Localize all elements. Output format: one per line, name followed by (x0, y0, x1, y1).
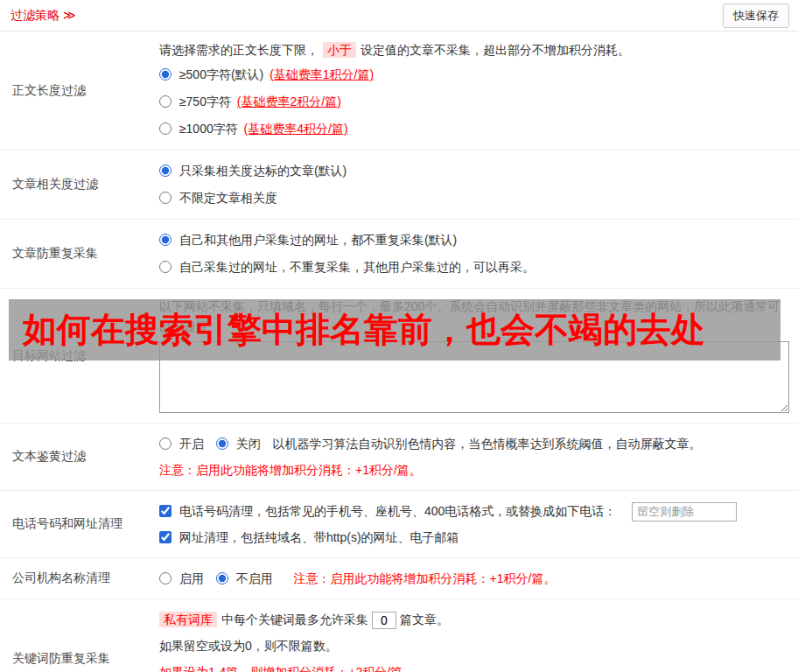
relevance-filter-label: 文章相关度过滤 (0, 150, 147, 219)
url-clean-checkbox[interactable] (159, 531, 172, 543)
relevance-filter-content: 只采集相关度达标的文章(默认) 不限定文章相关度 (147, 150, 798, 219)
length-radio-750[interactable] (159, 95, 172, 108)
company-clean-warning: 注意：启用此功能将增加积分消耗：+1积分/篇。 (294, 571, 556, 585)
dedup-option-all-users[interactable]: 自己和其他用户采集过的网址，都不重复采集(默认) (159, 227, 789, 254)
phone-clean-option-label: 电话号码清理，包括常见的手机号、座机号、400电话格式，或替换成如下电话： (179, 504, 616, 518)
porn-radio-off[interactable] (216, 438, 228, 450)
length-option-500[interactable]: ≥500字符(默认) (基础费率1积分/篇) (159, 61, 789, 88)
row-keyword-dedup: 关键词防重复采集 私有词库中每个关键词最多允许采集篇文章。 如果留空或设为0，则… (0, 599, 798, 672)
dedup-radio-self-only[interactable] (159, 261, 172, 273)
length-radio-500[interactable] (159, 68, 172, 80)
porn-filter-label: 文本鉴黄过滤 (0, 424, 147, 490)
keyword-dedup-content: 私有词库中每个关键词最多允许采集篇文章。 如果留空或设为0，则不限篇数。 如果设… (147, 599, 798, 672)
relevance-option-strict-label: 只采集相关度达标的文章(默认) (179, 164, 346, 178)
company-clean-option-disable[interactable]: 不启用 (216, 571, 276, 585)
keyword-limit-text-end: 篇文章。 (400, 612, 449, 626)
porn-filter-warning: 注意：启用此功能将增加积分消耗：+1积分/篇。 (159, 457, 789, 483)
length-option-500-label: ≥500字符(默认) (179, 67, 263, 81)
length-option-750-label: ≥750字符 (179, 94, 231, 108)
intro-text-post: 设定值的文章不采集，超出部分不增加积分消耗。 (360, 43, 630, 57)
intro-highlight: 小于 (323, 42, 356, 58)
length-option-1000-note: (基础费率4积分/篇) (244, 122, 348, 136)
length-option-750-note: (基础费率2积分/篇) (237, 94, 341, 108)
company-clean-enable-label: 启用 (179, 571, 204, 585)
length-radio-1000[interactable] (159, 122, 172, 135)
length-option-500-note: (基础费率1积分/篇) (270, 67, 374, 81)
dedup-option-self-only-label: 自己采集过的网址，不重复采集，其他用户采集过的，可以再采。 (179, 260, 535, 274)
row-dedup-filter: 文章防重复采集 自己和其他用户采集过的网址，都不重复采集(默认) 自己采集过的网… (0, 220, 798, 289)
porn-option-on[interactable]: 开启 (159, 437, 207, 451)
relevance-radio-strict[interactable] (159, 164, 172, 177)
porn-filter-content: 开启 关闭 以机器学习算法自动识别色情内容，当色情概率达到系统阈值，自动屏蔽文章… (147, 424, 798, 490)
page-title[interactable]: 过滤策略 ≫ (10, 8, 76, 24)
dedup-option-self-only[interactable]: 自己采集过的网址，不重复采集，其他用户采集过的，可以再采。 (159, 254, 789, 281)
row-phone-url-clean: 电话号码和网址清理 电话号码清理，包括常见的手机号、座机号、400电话格式，或替… (0, 491, 798, 558)
phone-replacement-input[interactable] (632, 502, 737, 522)
length-option-1000[interactable]: ≥1000字符 (基础费率4积分/篇) (159, 116, 789, 143)
watermark-banner: 如何在搜索引擎中排名靠前，也会不竭的去处 (9, 299, 780, 360)
porn-option-off-label: 关闭 (236, 437, 261, 451)
row-company-clean: 公司机构名称清理 启用 不启用 注意：启用此功能将增加积分消耗：+1积分/篇。 (0, 558, 798, 599)
row-porn-filter: 文本鉴黄过滤 开启 关闭 以机器学习算法自动识别色情内容，当色情概率达到系统阈值… (0, 424, 798, 491)
porn-option-on-label: 开启 (179, 437, 204, 451)
row-length-filter: 正文长度过滤 请选择需求的正文长度下限，小于设定值的文章不采集，超出部分不增加积… (0, 32, 798, 150)
porn-radio-on[interactable] (159, 438, 172, 450)
url-clean-option-label: 网址清理，包括纯域名、带http(s)的网址、电子邮箱 (179, 530, 459, 544)
porn-option-off[interactable]: 关闭 (216, 437, 264, 451)
quick-save-button[interactable]: 快速保存 (723, 4, 789, 28)
relevance-option-any-label: 不限定文章相关度 (179, 191, 277, 205)
topbar: 过滤策略 ≫ 快速保存 (0, 0, 798, 32)
company-clean-label: 公司机构名称清理 (0, 558, 147, 598)
dedup-option-all-users-label: 自己和其他用户采集过的网址，都不重复采集(默认) (179, 233, 457, 247)
company-clean-radio-disable[interactable] (216, 572, 228, 584)
relevance-radio-any[interactable] (159, 192, 172, 204)
keyword-rule-1-4: 如果设为1-4篇，则增加积分消耗：+2积分/篇。 (159, 659, 789, 672)
length-option-1000-label: ≥1000字符 (179, 122, 238, 136)
length-option-750[interactable]: ≥750字符 (基础费率2积分/篇) (159, 88, 789, 116)
dedup-filter-content: 自己和其他用户采集过的网址，都不重复采集(默认) 自己采集过的网址，不重复采集，… (147, 220, 798, 288)
watermark-text: 如何在搜索引擎中排名靠前，也会不竭的去处 (23, 306, 705, 354)
intro-text-pre: 请选择需求的正文长度下限， (159, 43, 318, 57)
length-filter-label: 正文长度过滤 (0, 32, 147, 150)
company-clean-disable-label: 不启用 (236, 571, 273, 585)
keyword-dedup-label: 关键词防重复采集 (0, 599, 147, 672)
private-lexicon-highlight: 私有词库 (159, 612, 217, 627)
keyword-limit-text-mid: 中每个关键词最多允许采集 (221, 612, 368, 626)
company-clean-content: 启用 不启用 注意：启用此功能将增加积分消耗：+1积分/篇。 (147, 558, 798, 598)
relevance-option-any[interactable]: 不限定文章相关度 (159, 185, 789, 212)
company-clean-radio-enable[interactable] (159, 572, 172, 584)
length-filter-content: 请选择需求的正文长度下限，小于设定值的文章不采集，超出部分不增加积分消耗。 ≥5… (147, 32, 798, 150)
row-relevance-filter: 文章相关度过滤 只采集相关度达标的文章(默认) 不限定文章相关度 (0, 150, 798, 220)
keyword-rule-zero: 如果留空或设为0，则不限篇数。 (159, 633, 789, 659)
phone-url-clean-label: 电话号码和网址清理 (0, 491, 147, 557)
phone-clean-checkbox[interactable] (159, 505, 172, 517)
url-clean-option[interactable]: 网址清理，包括纯域名、带http(s)的网址、电子邮箱 (159, 530, 459, 544)
dedup-radio-all-users[interactable] (159, 234, 172, 246)
relevance-option-strict[interactable]: 只采集相关度达标的文章(默认) (159, 158, 789, 185)
company-clean-option-enable[interactable]: 启用 (159, 571, 207, 585)
length-filter-intro: 请选择需求的正文长度下限，小于设定值的文章不采集，超出部分不增加积分消耗。 (159, 38, 789, 61)
phone-clean-option[interactable]: 电话号码清理，包括常见的手机号、座机号、400电话格式，或替换成如下电话： (159, 504, 620, 518)
dedup-filter-label: 文章防重复采集 (0, 220, 147, 288)
keyword-limit-input[interactable] (372, 612, 396, 629)
porn-filter-description: 以机器学习算法自动识别色情内容，当色情概率达到系统阈值，自动屏蔽文章。 (273, 437, 702, 451)
phone-url-clean-content: 电话号码清理，包括常见的手机号、座机号、400电话格式，或替换成如下电话： 网址… (147, 491, 798, 557)
